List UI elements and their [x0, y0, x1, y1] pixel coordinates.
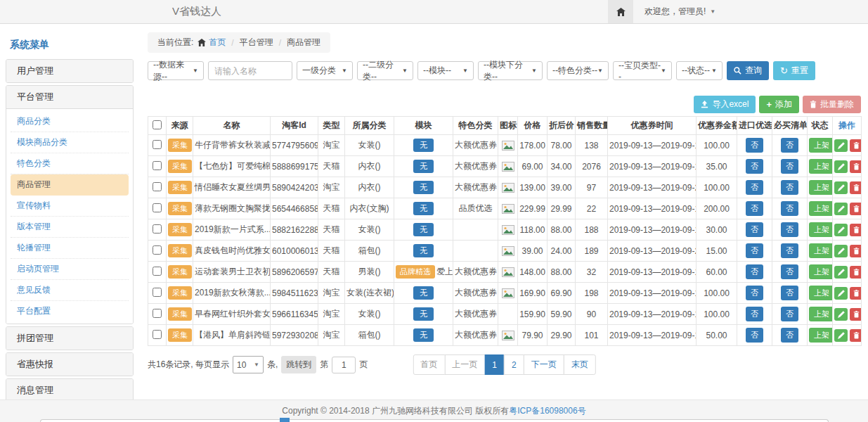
import-select-toggle[interactable]: 否	[746, 159, 763, 174]
status-button[interactable]: 上架	[809, 328, 833, 343]
must-buy-toggle[interactable]: 否	[781, 222, 798, 237]
batch-delete-button[interactable]: 批量删除	[803, 96, 861, 113]
delete-button[interactable]	[850, 266, 862, 279]
search-button[interactable]: 查询	[727, 61, 769, 80]
row-checkbox[interactable]	[153, 245, 162, 255]
column-header-操作[interactable]: 操作	[833, 117, 862, 135]
edit-button[interactable]	[834, 245, 848, 257]
sidebar-subitem-商品管理[interactable]: 商品管理	[11, 174, 129, 196]
row-checkbox[interactable]	[153, 161, 162, 170]
must-buy-toggle[interactable]: 否	[781, 307, 798, 321]
sidebar-subitem-特色分类[interactable]: 特色分类	[11, 153, 129, 174]
edit-button[interactable]	[834, 308, 848, 321]
row-checkbox[interactable]	[153, 203, 162, 212]
user-menu[interactable]: 欢迎您，管理员! ▼	[633, 6, 723, 18]
filter-select-状态[interactable]: --状态--▼	[676, 61, 723, 80]
must-buy-toggle[interactable]: 否	[781, 286, 798, 300]
per-page-select[interactable]: 10 ▼	[233, 356, 264, 373]
status-button[interactable]: 上架	[809, 180, 833, 195]
reset-button[interactable]: ↻ 重置	[773, 61, 815, 80]
delete-button[interactable]	[850, 181, 862, 194]
sidebar-subitem-平台配置[interactable]: 平台配置	[11, 301, 129, 321]
row-checkbox[interactable]	[153, 140, 162, 149]
delete-button[interactable]	[850, 329, 862, 342]
import-select-toggle[interactable]: 否	[746, 264, 763, 279]
status-button[interactable]: 上架	[809, 159, 833, 174]
must-buy-toggle[interactable]: 否	[781, 328, 798, 343]
page-number-input[interactable]	[332, 357, 356, 373]
delete-button[interactable]	[850, 245, 862, 257]
status-button[interactable]: 上架	[809, 307, 833, 321]
sidebar-item-消息管理[interactable]: 消息管理	[6, 379, 133, 402]
edit-button[interactable]	[834, 139, 848, 152]
sidebar-subitem-启动页管理[interactable]: 启动页管理	[11, 259, 129, 280]
row-checkbox[interactable]	[153, 288, 162, 297]
name-search-input[interactable]	[208, 61, 292, 80]
edit-button[interactable]	[834, 203, 848, 215]
import-select-toggle[interactable]: 否	[746, 243, 763, 258]
import-select-toggle[interactable]: 否	[746, 201, 763, 216]
sidebar-item-用户管理[interactable]: 用户管理	[6, 60, 133, 82]
delete-button[interactable]	[850, 224, 862, 236]
filter-select-二级分类[interactable]: --二级分类--▼	[357, 61, 413, 80]
status-button[interactable]: 上架	[809, 222, 833, 237]
pager-button-2[interactable]: 2	[504, 354, 524, 375]
status-button[interactable]: 上架	[809, 243, 833, 258]
filter-select-一级分类[interactable]: 一级分类▼	[297, 61, 353, 80]
filter-select-宝贝类型[interactable]: --宝贝类型--▼	[613, 61, 672, 80]
sidebar-subitem-意见反馈[interactable]: 意见反馈	[11, 280, 129, 301]
row-checkbox[interactable]	[153, 330, 162, 339]
row-checkbox[interactable]	[153, 267, 162, 276]
icp-link[interactable]: 粤ICP备16098006号	[509, 405, 585, 417]
row-checkbox[interactable]	[153, 224, 162, 234]
pager-button-下一页[interactable]: 下一页	[524, 354, 564, 375]
data-source-select[interactable]: --数据来源--▼	[148, 61, 204, 80]
import-select-toggle[interactable]: 否	[746, 328, 763, 343]
sidebar-item-平台管理[interactable]: 平台管理	[6, 86, 133, 109]
import-select-toggle[interactable]: 否	[746, 307, 763, 321]
must-buy-toggle[interactable]: 否	[781, 159, 798, 174]
delete-button[interactable]	[850, 160, 862, 173]
filter-select-模块[interactable]: --模块--▼	[417, 61, 474, 80]
row-checkbox[interactable]	[153, 182, 162, 191]
sidebar-item-拼团管理[interactable]: 拼团管理	[6, 327, 133, 350]
edit-button[interactable]	[834, 329, 848, 342]
must-buy-toggle[interactable]: 否	[781, 138, 798, 153]
sidebar-subitem-轮播管理[interactable]: 轮播管理	[11, 238, 129, 259]
delete-button[interactable]	[850, 139, 862, 152]
jump-to-button[interactable]: 跳转到	[281, 356, 316, 373]
sidebar-item-省惠快报[interactable]: 省惠快报	[6, 353, 133, 376]
must-buy-toggle[interactable]: 否	[781, 264, 798, 279]
import-select-toggle[interactable]: 否	[746, 138, 763, 153]
delete-button[interactable]	[850, 308, 862, 321]
edit-button[interactable]	[834, 181, 848, 194]
status-button[interactable]: 上架	[809, 138, 833, 153]
home-button[interactable]	[608, 0, 633, 23]
edit-button[interactable]	[834, 224, 848, 236]
sidebar-subitem-模块商品分类[interactable]: 模块商品分类	[11, 132, 129, 153]
delete-button[interactable]	[850, 287, 862, 300]
import-select-toggle[interactable]: 否	[746, 286, 763, 300]
must-buy-toggle[interactable]: 否	[781, 243, 798, 258]
breadcrumb-home-link[interactable]: 首页	[209, 37, 226, 49]
status-button[interactable]: 上架	[809, 286, 833, 300]
status-button[interactable]: 上架	[809, 201, 833, 216]
edit-button[interactable]	[834, 287, 848, 300]
filter-select-模块下分类[interactable]: --模块下分类--▼	[478, 61, 543, 80]
edit-button[interactable]	[834, 266, 848, 279]
import-select-toggle[interactable]: 否	[746, 180, 763, 195]
pager-button-首页[interactable]: 首页	[413, 354, 445, 375]
sidebar-subitem-宣传物料[interactable]: 宣传物料	[11, 196, 129, 217]
row-checkbox[interactable]	[153, 309, 162, 318]
pager-button-1[interactable]: 1	[484, 354, 505, 375]
import-excel-button[interactable]: 导入excel	[694, 96, 756, 113]
select-all-checkbox[interactable]	[153, 120, 162, 129]
edit-button[interactable]	[834, 160, 848, 173]
sidebar-subitem-版本管理[interactable]: 版本管理	[11, 217, 129, 238]
delete-button[interactable]	[850, 203, 862, 215]
pager-button-末页[interactable]: 末页	[564, 354, 596, 375]
import-select-toggle[interactable]: 否	[746, 222, 763, 237]
must-buy-toggle[interactable]: 否	[781, 201, 798, 216]
add-button[interactable]: + 添加	[759, 96, 799, 113]
filter-select-特色分类[interactable]: --特色分类--▼	[547, 61, 609, 80]
